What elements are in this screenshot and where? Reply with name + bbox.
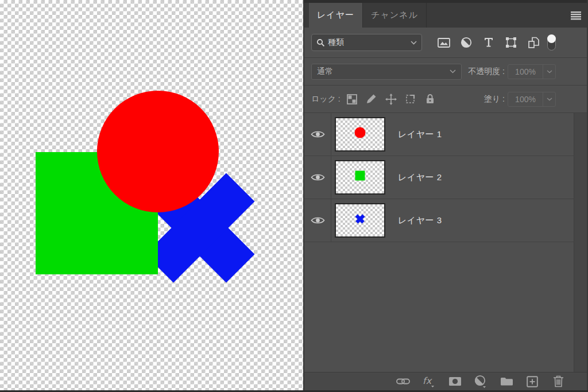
eye-icon xyxy=(311,216,325,225)
lock-artboard-icon[interactable] xyxy=(405,94,416,105)
new-layer-icon[interactable] xyxy=(525,375,539,389)
add-layer-mask-icon[interactable] xyxy=(448,375,462,389)
thumb-red-circle xyxy=(355,127,366,138)
panel-menu-icon[interactable] xyxy=(570,11,582,20)
layer-name[interactable]: レイヤー 2 xyxy=(398,172,442,183)
layer-row-3[interactable]: レイヤー 3 xyxy=(304,199,587,242)
pixel-layers-filter-icon[interactable] xyxy=(438,36,450,49)
lock-label: ロック : xyxy=(311,94,341,104)
visibility-toggle[interactable] xyxy=(304,199,331,242)
fill-value: 100% xyxy=(508,95,543,104)
panel-bottom-toolbar: fx xyxy=(304,372,587,390)
new-group-icon[interactable] xyxy=(500,375,513,389)
filter-row: 種類 xyxy=(304,28,587,58)
eye-icon xyxy=(311,130,325,139)
filter-toggle-knob xyxy=(547,34,556,43)
lock-icon-group xyxy=(346,94,436,105)
filter-icon-group xyxy=(438,36,540,49)
shape-layers-filter-icon[interactable] xyxy=(505,36,517,49)
fill-label: 塗り : xyxy=(484,94,505,104)
tab-layers-label: レイヤー xyxy=(317,10,354,21)
layer-row-2[interactable]: レイヤー 2 xyxy=(304,156,587,199)
lock-position-icon[interactable] xyxy=(385,94,397,105)
layer-styles-icon[interactable]: fx xyxy=(422,375,436,389)
visibility-toggle[interactable] xyxy=(304,156,331,199)
delete-layer-icon[interactable] xyxy=(551,375,565,389)
chevron-down-icon[interactable] xyxy=(543,65,555,79)
visibility-toggle[interactable] xyxy=(304,113,331,156)
opacity-input[interactable]: 100% xyxy=(508,64,556,79)
chevron-down-icon[interactable] xyxy=(543,92,555,106)
layer-thumbnail[interactable] xyxy=(335,117,385,152)
filter-toggle-switch[interactable] xyxy=(547,35,556,51)
chevron-down-icon xyxy=(411,41,417,45)
thumb-blue-cross xyxy=(353,212,367,226)
scrollbar-track[interactable] xyxy=(574,113,587,372)
svg-text:fx: fx xyxy=(423,375,432,386)
panel-tabbar: レイヤー チャンネル xyxy=(304,3,587,28)
thumb-green-square xyxy=(355,171,365,181)
opacity-label: 不透明度 : xyxy=(468,67,505,77)
layer-row-1[interactable]: レイヤー 1 xyxy=(304,113,587,156)
canvas-shape-red-circle[interactable] xyxy=(97,91,219,212)
layer-thumbnail[interactable] xyxy=(335,160,385,195)
lock-transparent-pixels-icon[interactable] xyxy=(346,94,358,105)
tab-channels[interactable]: チャンネル xyxy=(363,3,427,28)
lock-image-pixels-icon[interactable] xyxy=(366,94,377,105)
document-canvas[interactable] xyxy=(0,0,303,392)
filter-kind-dropdown[interactable]: 種類 xyxy=(311,34,422,51)
blend-row: 通常 不透明度 : 100% xyxy=(304,58,587,86)
lock-row: ロック : 塗り : 100% xyxy=(304,86,587,113)
fill-input[interactable]: 100% xyxy=(508,92,556,107)
blend-mode-value: 通常 xyxy=(317,67,333,77)
layer-list: レイヤー 1 レイヤー 2 レイヤー 3 xyxy=(304,113,587,372)
opacity-value: 100% xyxy=(508,67,543,76)
adjustment-layers-filter-icon[interactable] xyxy=(460,36,473,49)
layer-name[interactable]: レイヤー 3 xyxy=(398,215,442,226)
lock-all-icon[interactable] xyxy=(424,94,436,105)
layers-panel: レイヤー チャンネル 種類 xyxy=(303,0,588,390)
smart-objects-filter-icon[interactable] xyxy=(527,36,540,49)
new-adjustment-layer-icon[interactable] xyxy=(474,375,488,389)
layer-thumbnail[interactable] xyxy=(335,203,385,238)
type-layers-filter-icon[interactable] xyxy=(482,36,495,49)
magnifier-icon xyxy=(316,38,325,47)
chevron-down-icon xyxy=(450,69,456,73)
tab-channels-label: チャンネル xyxy=(371,10,418,21)
link-layers-icon[interactable] xyxy=(396,375,410,389)
tab-layers[interactable]: レイヤー xyxy=(309,3,363,28)
blend-mode-dropdown[interactable]: 通常 xyxy=(311,64,462,80)
layer-name[interactable]: レイヤー 1 xyxy=(398,129,442,140)
eye-icon xyxy=(311,173,325,182)
photoshop-window: レイヤー チャンネル 種類 xyxy=(0,0,588,392)
filter-kind-label: 種類 xyxy=(328,37,344,48)
